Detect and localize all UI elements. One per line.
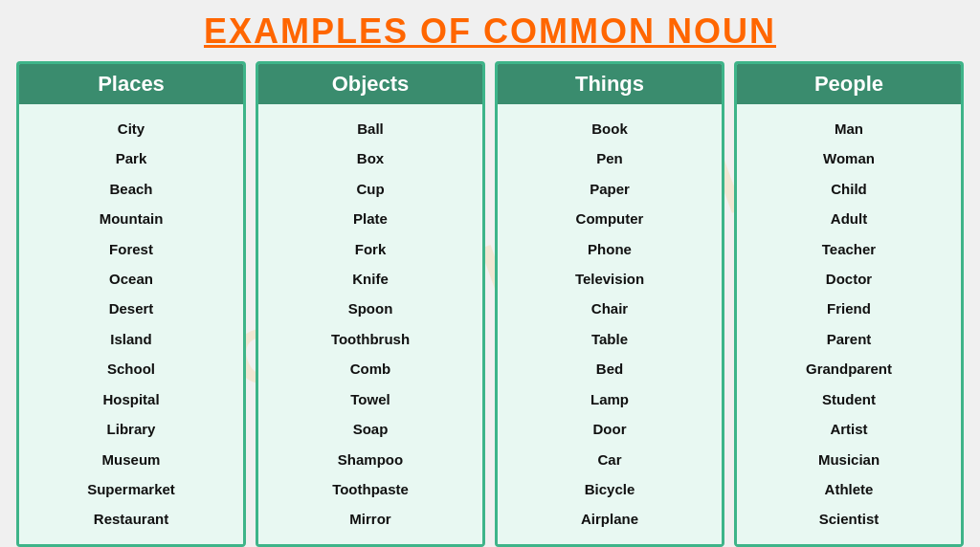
- list-item: Restaurant: [94, 510, 168, 529]
- list-item: Mountain: [100, 209, 164, 229]
- list-item: Desert: [109, 299, 154, 318]
- list-item: Toothpaste: [332, 480, 409, 499]
- column-things: ThingsBookPenPaperComputerPhoneTelevisio…: [495, 61, 724, 547]
- list-item: Woman: [823, 149, 875, 168]
- column-places: PlacesCityParkBeachMountainForestOceanDe…: [16, 61, 246, 547]
- list-item: Book: [591, 120, 628, 139]
- column-body-places: CityParkBeachMountainForestOceanDesertIs…: [19, 104, 243, 544]
- list-item: School: [107, 360, 155, 379]
- list-item: Scientist: [819, 510, 880, 529]
- list-item: Cup: [356, 180, 384, 199]
- list-item: Shampoo: [338, 450, 403, 470]
- list-item: Phone: [588, 240, 632, 259]
- list-item: Spoon: [348, 299, 393, 318]
- column-people: PeopleManWomanChildAdultTeacherDoctorFri…: [734, 61, 964, 547]
- list-item: Grandparent: [806, 360, 892, 379]
- list-item: Child: [831, 180, 867, 199]
- list-item: Comb: [350, 360, 391, 379]
- list-item: Supermarket: [87, 480, 175, 499]
- list-item: Pen: [596, 149, 623, 168]
- list-item: Musician: [818, 450, 880, 470]
- list-item: Forest: [109, 240, 153, 259]
- list-item: Ocean: [109, 270, 153, 289]
- list-item: Fork: [355, 240, 387, 259]
- list-item: Ball: [357, 120, 384, 139]
- list-item: Doctor: [826, 270, 872, 289]
- list-item: Parent: [827, 330, 872, 349]
- list-item: Plate: [353, 209, 388, 229]
- list-item: Friend: [827, 299, 871, 318]
- list-item: Athlete: [825, 480, 874, 499]
- columns-container: PlacesCityParkBeachMountainForestOceanDe…: [16, 61, 964, 547]
- list-item: Towel: [350, 390, 390, 409]
- column-header-objects: Objects: [258, 64, 482, 104]
- list-item: City: [118, 120, 145, 139]
- list-item: Knife: [352, 270, 389, 289]
- list-item: Soap: [353, 420, 389, 439]
- list-item: Island: [110, 330, 151, 349]
- list-item: Box: [357, 149, 384, 168]
- column-header-things: Things: [498, 64, 722, 104]
- list-item: Computer: [576, 209, 644, 229]
- list-item: Bed: [596, 360, 623, 379]
- list-item: Beach: [109, 180, 152, 199]
- list-item: Car: [597, 450, 621, 470]
- column-body-objects: BallBoxCupPlateForkKnifeSpoonToothbrushC…: [258, 104, 482, 544]
- list-item: Artist: [830, 420, 867, 439]
- list-item: Toothbrush: [331, 330, 410, 349]
- list-item: Chair: [591, 299, 628, 318]
- column-body-things: BookPenPaperComputerPhoneTelevisionChair…: [498, 104, 722, 544]
- list-item: Lamp: [590, 390, 629, 409]
- list-item: Door: [593, 420, 627, 439]
- list-item: Bicycle: [585, 480, 635, 499]
- list-item: Airplane: [581, 510, 638, 529]
- list-item: Museum: [102, 450, 161, 470]
- column-body-people: ManWomanChildAdultTeacherDoctorFriendPar…: [737, 104, 961, 544]
- list-item: Hospital: [102, 390, 159, 409]
- list-item: Man: [835, 120, 863, 139]
- list-item: Library: [107, 420, 156, 439]
- column-objects: ObjectsBallBoxCupPlateForkKnifeSpoonToot…: [256, 61, 485, 547]
- list-item: Park: [116, 149, 147, 168]
- column-header-places: Places: [19, 64, 243, 104]
- column-header-people: People: [737, 64, 961, 104]
- list-item: Mirror: [349, 510, 390, 529]
- page-title: EXAMPLES OF COMMON NOUN: [204, 11, 776, 52]
- list-item: Paper: [590, 180, 630, 199]
- list-item: Television: [575, 270, 644, 289]
- list-item: Student: [822, 390, 876, 409]
- list-item: Teacher: [822, 240, 876, 259]
- list-item: Table: [591, 330, 628, 349]
- list-item: Adult: [831, 209, 867, 229]
